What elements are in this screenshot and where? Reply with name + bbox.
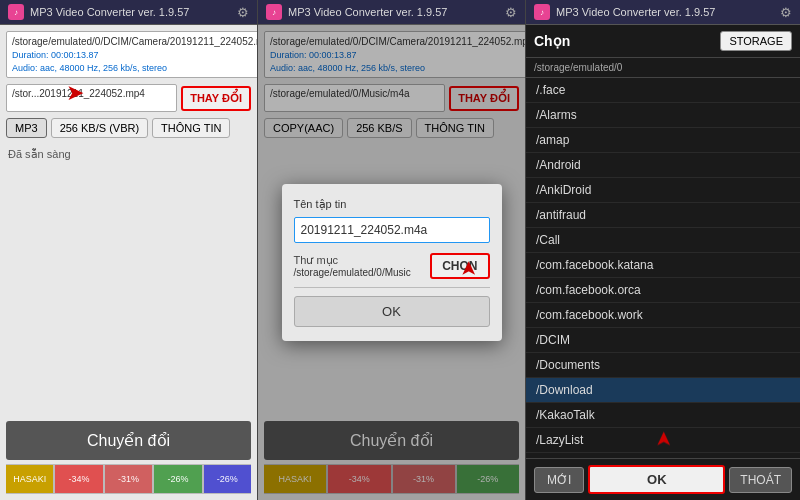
btn-convert-1[interactable]: Chuyển đổi [6,421,251,460]
chooser-item-14[interactable]: /LazyList [526,428,800,453]
chooser-item-3[interactable]: /Android [526,153,800,178]
btn-storage[interactable]: STORAGE [720,31,792,51]
banner-hasaki: HASAKI [6,465,53,493]
panel-1-title: MP3 Video Converter ver. 1.9.57 [30,6,231,18]
gear-icon-3[interactable]: ⚙ [780,5,792,20]
status-text-1: Đã sẵn sàng [6,146,251,163]
chooser-item-1[interactable]: /Alarms [526,103,800,128]
dialog-subdir-row: Thư mục /storage/emulated/0/Music CHON [294,253,490,279]
btn-thoat[interactable]: THOÁT [729,467,792,493]
chooser-item-9[interactable]: /com.facebook.work [526,303,800,328]
chooser-item-10[interactable]: /DCIM [526,328,800,353]
banner-row-1: HASAKI -34% -31% -26% -26% [6,464,251,494]
dialog-overlay: Tên tập tin Thư mục /storage/emulated/0/… [258,25,525,500]
file-path-box-1: /storage/emulated/0/DCIM/Camera/20191211… [6,31,257,78]
btn-mp3-1[interactable]: MP3 [6,118,47,138]
btn-chon-dialog[interactable]: CHON [430,253,489,279]
file-path-text-1: /storage/emulated/0/DCIM/Camera/20191211… [12,35,257,48]
chooser-item-13[interactable]: /KakaoTalk [526,403,800,428]
panel-2-header: ♪ MP3 Video Converter ver. 1.9.57 ⚙ [258,0,525,25]
output-section-1: /stor...20191211_224052.mp4 THAY ĐỔI ➤ [6,82,251,112]
chooser-item-5[interactable]: /antifraud [526,203,800,228]
chooser-path: /storage/emulated/0 [526,58,800,78]
dialog-ok-wrapper: OK ➤ [294,296,490,327]
chooser-item-7[interactable]: /com.facebook.katana [526,253,800,278]
panel-2: ♪ MP3 Video Converter ver. 1.9.57 ⚙ /sto… [258,0,526,500]
btn-bitrate-1[interactable]: 256 KB/S (VBR) [51,118,148,138]
panel-1-header: ♪ MP3 Video Converter ver. 1.9.57 ⚙ [0,0,257,25]
file-duration-1: Duration: 00:00:13.87 Audio: aac, 48000 … [12,49,257,74]
chooser-header: Chọn STORAGE [526,25,800,58]
chooser-title: Chọn [534,33,712,49]
gear-icon-2[interactable]: ⚙ [505,5,517,20]
dialog-filename-input[interactable] [294,217,490,243]
gear-icon-1[interactable]: ⚙ [237,5,249,20]
banner-3: -26% [154,465,201,493]
app-icon-1: ♪ [8,4,24,20]
chooser-item-12[interactable]: /Download [526,378,800,403]
app-icon-3: ♪ [534,4,550,20]
output-row-1: /stor...20191211_224052.mp4 THAY ĐỔI [6,84,251,112]
btn-thay-doi-1[interactable]: THAY ĐỔI [181,86,251,111]
chooser-footer: MỚI OK THOÁT ➤ [526,458,800,500]
dialog-box: Tên tập tin Thư mục /storage/emulated/0/… [282,184,502,341]
dialog-separator [294,287,490,288]
chooser-item-0[interactable]: /.face [526,78,800,103]
panel-3: ♪ MP3 Video Converter ver. 1.9.57 ⚙ Chọn… [526,0,800,500]
dialog-dir-label: Thư mục [294,254,431,267]
dialog-filename-label: Tên tập tin [294,198,490,211]
btn-ok-chooser[interactable]: OK [588,465,725,494]
panel-3-header: ♪ MP3 Video Converter ver. 1.9.57 ⚙ [526,0,800,25]
banner-4: -26% [204,465,251,493]
panel-2-title: MP3 Video Converter ver. 1.9.57 [288,6,499,18]
dialog-directory-section: Thư mục /storage/emulated/0/Music [294,254,431,278]
panel-1-body: /storage/emulated/0/DCIM/Camera/20191211… [0,25,257,500]
chooser-item-2[interactable]: /amap [526,128,800,153]
format-row-1: MP3 256 KB/S (VBR) THÔNG TIN [6,118,251,138]
panel-3-title: MP3 Video Converter ver. 1.9.57 [556,6,774,18]
btn-moi[interactable]: MỚI [534,467,584,493]
panel-1: ♪ MP3 Video Converter ver. 1.9.57 ⚙ /sto… [0,0,258,500]
output-path-1: /stor...20191211_224052.mp4 [6,84,177,112]
dialog-dir-value: /storage/emulated/0/Music [294,267,431,278]
panel-2-bg: /storage/emulated/0/DCIM/Camera/20191211… [258,25,525,500]
banner-1: -34% [55,465,102,493]
chooser-item-4[interactable]: /AnkiDroid [526,178,800,203]
btn-ok-dialog[interactable]: OK [294,296,490,327]
btn-thong-tin-1[interactable]: THÔNG TIN [152,118,230,138]
file-select-row-1: /storage/emulated/0/DCIM/Camera/20191211… [6,31,251,78]
chooser-list: /.face/Alarms/amap/Android/AnkiDroid/ant… [526,78,800,458]
chooser-item-8[interactable]: /com.facebook.orca [526,278,800,303]
chooser-item-6[interactable]: /Call [526,228,800,253]
chooser-item-11[interactable]: /Documents [526,353,800,378]
banner-2: -31% [105,465,152,493]
app-icon-2: ♪ [266,4,282,20]
